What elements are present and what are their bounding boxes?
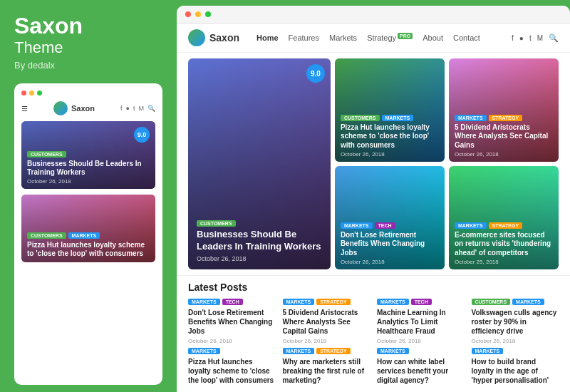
post-3-title-2[interactable]: How can white label services benefit you… (377, 357, 465, 385)
post-2-title[interactable]: 5 Dividend Aristocrats Where Analysts Se… (283, 308, 370, 336)
nav-markets[interactable]: Markets (329, 33, 357, 42)
grid-card-3-badges: MARKETS TECH (341, 222, 439, 229)
brand-by: By dedalx (14, 60, 162, 71)
nav-instagram-icon[interactable]: ● (519, 34, 524, 42)
post-1-title[interactable]: Don't Lose Retirement Benefits When Chan… (188, 308, 276, 336)
featured-score-badge: 9.0 (306, 64, 325, 83)
mobile-dot-yellow (29, 91, 34, 96)
nav-contact[interactable]: Contact (453, 33, 480, 42)
post-4-badges-2: MARKETS (472, 348, 559, 354)
post-1-badges: MARKETS TECH (188, 299, 276, 305)
featured-card-content: CUSTOMERS Businesses Should Be Leaders I… (188, 213, 331, 269)
post-4-title-2[interactable]: How to build brand loyalty in the age of… (472, 357, 559, 385)
p4-badge-markets: MARKETS (512, 299, 544, 305)
grid-card-4-content: MARKETS STRATEGY E-commerce sites focuse… (449, 218, 559, 270)
mobile-window-dots (21, 91, 155, 96)
grid-card-2-content: MARKETS STRATEGY 5 Dividend Aristocrats … (449, 110, 559, 163)
browser-chrome (177, 6, 570, 24)
instagram-icon[interactable]: ● (126, 105, 130, 112)
post-1-badges-2: MARKETS (188, 348, 276, 354)
nav-strategy[interactable]: StrategyPRO (367, 33, 413, 42)
post-3-badges-2: MARKETS (377, 348, 465, 354)
mobile-card-2-content: CUSTOMERS MARKETS Pizza Hut launches loy… (21, 228, 155, 262)
p1-badge-markets: MARKETS (188, 299, 220, 305)
badge-markets-2: MARKETS (68, 232, 100, 239)
gc3-badge-tech: TECH (375, 222, 395, 229)
gc2-badge-markets: MARKETS (455, 115, 487, 121)
grid-card-1-title: Pizza Hut launches loyalty scheme to 'cl… (341, 123, 439, 150)
logo-circle (188, 29, 205, 46)
gc2-badge-strategy: STRATEGY (489, 115, 523, 121)
hamburger-icon[interactable]: ☰ (21, 105, 28, 113)
right-grid: CUSTOMERS MARKETS Pizza Hut launches loy… (335, 58, 559, 269)
gc1-badge-markets: MARKETS (382, 115, 414, 121)
twitter-icon[interactable]: t (133, 105, 135, 112)
mobile-card-1-date: October 26, 2018 (27, 178, 150, 185)
nav-about[interactable]: About (423, 33, 443, 42)
badge-customers: CUSTOMERS (27, 151, 66, 158)
search-icon[interactable]: 🔍 (147, 105, 155, 112)
post-4-date: October 26, 2018 (472, 338, 559, 344)
p1-badge2-markets: MARKETS (188, 348, 220, 354)
grid-card-2[interactable]: MARKETS STRATEGY 5 Dividend Aristocrats … (449, 58, 559, 162)
grid-card-1[interactable]: CUSTOMERS MARKETS Pizza Hut launches loy… (335, 58, 445, 162)
grid-card-4-title: E-commerce sites focused on returns visi… (455, 231, 553, 258)
nav-medium-icon[interactable]: M (537, 34, 543, 42)
gc4-badge-strategy: STRATEGY (489, 222, 523, 229)
grid-card-3-title: Don't Lose Retirement Benefits When Chan… (341, 231, 439, 258)
grid-card-4-badges: MARKETS STRATEGY (455, 222, 553, 229)
grid-card-3-content: MARKETS TECH Don't Lose Retirement Benef… (335, 218, 445, 270)
post-1-title-2[interactable]: Pizza Hut launches loyalty scheme to 'cl… (188, 357, 276, 385)
mobile-card-1[interactable]: 9.0 CUSTOMERS Businesses Should Be Leade… (21, 121, 155, 189)
main-content: Saxon Home Features Markets StrategyPRO … (177, 24, 570, 392)
strategy-pro-badge: PRO (398, 33, 413, 39)
post-3-title[interactable]: Machine Learning In Analytics To Limit H… (377, 308, 465, 336)
nav-social-icons: f ● t M 🔍 (512, 33, 559, 43)
grid-card-3[interactable]: MARKETS TECH Don't Lose Retirement Benef… (335, 166, 445, 269)
featured-card[interactable]: 9.0 CUSTOMERS Businesses Should Be Leade… (188, 58, 331, 269)
p2-badge2-strategy: STRATEGY (316, 348, 351, 354)
posts-grid: MARKETS TECH Don't Lose Retirement Benef… (188, 299, 559, 386)
medium-icon[interactable]: M (138, 105, 144, 112)
grid-card-4[interactable]: MARKETS STRATEGY E-commerce sites focuse… (449, 166, 559, 269)
nav-search-icon[interactable]: 🔍 (549, 33, 559, 43)
nav-features[interactable]: Features (289, 33, 319, 42)
grid-card-1-content: CUSTOMERS MARKETS Pizza Hut launches loy… (335, 110, 445, 163)
mobile-score-badge: 9.0 (134, 127, 150, 143)
post-item-4: CUSTOMERS MARKETS Volkswagen culls agenc… (472, 299, 559, 386)
grid-area: 9.0 CUSTOMERS Businesses Should Be Leade… (177, 53, 570, 275)
browser-dot-yellow (195, 11, 201, 17)
gc1-badge-customers: CUSTOMERS (341, 115, 380, 121)
facebook-icon[interactable]: f (120, 105, 123, 112)
nav-facebook-icon[interactable]: f (512, 34, 514, 42)
mobile-card-2[interactable]: CUSTOMERS MARKETS Pizza Hut launches loy… (21, 195, 155, 262)
p2-badge-strategy: STRATEGY (316, 299, 351, 305)
grid-card-3-date: October 26, 2018 (341, 259, 439, 265)
grid-card-1-date: October 26, 2018 (341, 151, 439, 158)
post-2-title-2[interactable]: Why are marketers still breaking the fir… (283, 357, 370, 385)
latest-posts-section: Latest Posts MARKETS TECH Don't Lose Ret… (177, 275, 570, 392)
p1-badge-tech: TECH (222, 299, 243, 305)
grid-card-1-badges: CUSTOMERS MARKETS (341, 115, 439, 121)
featured-card-date: October 26, 2018 (197, 255, 322, 262)
p3-badge-tech: TECH (411, 299, 432, 305)
post-4-badges: CUSTOMERS MARKETS (472, 299, 559, 305)
post-1-date: October 26, 2018 (188, 338, 276, 344)
post-3-badges: MARKETS TECH (377, 299, 465, 305)
badge-customers-featured: CUSTOMERS (197, 220, 236, 227)
grid-card-2-title: 5 Dividend Aristocrats Where Analysts Se… (455, 123, 553, 150)
post-2-badges: MARKETS STRATEGY (283, 299, 370, 305)
nav-twitter-icon[interactable]: t (529, 34, 532, 42)
nav-home[interactable]: Home (256, 33, 279, 42)
p2-badge2-markets: MARKETS (283, 348, 315, 354)
post-item-3: MARKETS TECH Machine Learning In Analyti… (377, 299, 465, 386)
main-area: Saxon Home Features Markets StrategyPRO … (177, 6, 570, 392)
mobile-logo-text: Saxon (71, 104, 95, 113)
latest-posts-title: Latest Posts (188, 282, 559, 293)
featured-badges: CUSTOMERS (197, 220, 322, 227)
grid-card-4-date: October 25, 2018 (455, 259, 553, 265)
post-item-1: MARKETS TECH Don't Lose Retirement Benef… (188, 299, 276, 386)
logo-text: Saxon (209, 32, 239, 43)
mobile-nav-icons: f ● t M 🔍 (120, 105, 155, 112)
post-4-title[interactable]: Volkswagen culls agency roster by 90% in… (472, 308, 559, 336)
